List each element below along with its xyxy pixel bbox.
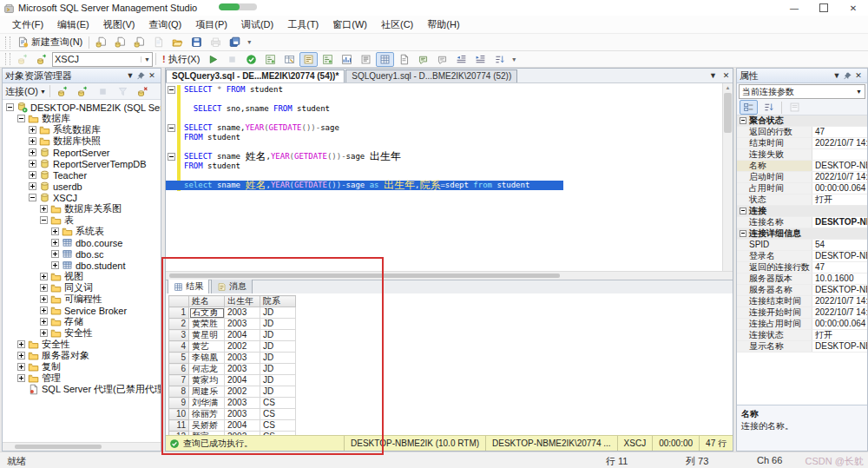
cell[interactable]: 2003	[225, 319, 260, 330]
tab-inactive-document[interactable]: SQLQuery1.sql - D...BME2IK\20774 (52))	[345, 69, 517, 82]
row-number[interactable]: 1	[169, 307, 189, 319]
property-row-状态[interactable]: 状态打开	[737, 194, 867, 206]
expand-icon[interactable]	[17, 363, 25, 371]
fold-collapse-icon[interactable]	[168, 124, 175, 132]
cell[interactable]: JD	[260, 386, 296, 398]
toolbar-grip[interactable]	[5, 36, 10, 49]
expand-icon[interactable]	[29, 148, 36, 156]
menu-item-2[interactable]: 视图(V)	[96, 16, 142, 34]
expand-icon[interactable]	[40, 205, 48, 213]
oe-filter-icon[interactable]	[114, 84, 132, 99]
oe-connect-icon[interactable]	[54, 84, 72, 99]
property-value[interactable]: 2022/10/7 14:32:06	[812, 172, 867, 182]
tree-item-userdb[interactable]: userdb	[3, 181, 161, 192]
query-toolbar-overflow-icon[interactable]: ▾	[510, 56, 518, 63]
tree-item-reportserver[interactable]: ReportServer	[3, 147, 161, 158]
open-file-icon[interactable]	[168, 35, 187, 49]
collapse-icon[interactable]	[40, 216, 48, 224]
alphabetical-sort-icon[interactable]	[760, 100, 778, 115]
property-value[interactable]: 2022/10/7 14:32:06	[812, 307, 867, 318]
property-row-连接状态[interactable]: 连接状态打开	[737, 330, 867, 341]
new-xmla-query-icon[interactable]	[149, 35, 168, 49]
save-icon[interactable]	[187, 35, 206, 49]
expand-icon[interactable]	[29, 137, 36, 145]
cell[interactable]: 黄荣胜	[189, 319, 225, 330]
property-row-连接失败[interactable]: 连接失败	[737, 149, 867, 161]
cell[interactable]: 2004	[225, 330, 260, 341]
sort-icon[interactable]	[490, 52, 509, 67]
new-mdx-query-icon[interactable]	[130, 35, 148, 49]
toolbar-overflow-icon[interactable]: ▾	[245, 38, 253, 46]
tree-item--[interactable]: 服务器对象	[3, 350, 161, 361]
property-value[interactable]: 00:00:00.064	[812, 319, 867, 329]
tree-item--[interactable]: 数据库关系图	[3, 203, 161, 214]
cell[interactable]: 徐丽芳	[189, 409, 225, 420]
cell[interactable]: 2003	[225, 409, 260, 420]
design-query-in-editor-icon[interactable]	[280, 52, 299, 67]
editor-horizontal-scrollbar[interactable]	[166, 271, 733, 280]
row-header-corner[interactable]	[169, 296, 189, 307]
tree-item-desktop-nbme2ik-sql-server-10.0.160[interactable]: DESKTOP-NBME2IK (SQL Server 10.0.160	[3, 102, 161, 113]
minimize-button[interactable]: —	[779, 0, 809, 16]
property-value[interactable]: 10.0.1600	[812, 274, 867, 284]
property-row-服务器版本[interactable]: 服务器版本10.0.1600	[737, 274, 867, 285]
available-databases-combo[interactable]: XSCJ ▼	[52, 52, 153, 67]
property-value[interactable]: DESKTOP-NBME2IK	[812, 285, 867, 295]
property-value[interactable]	[812, 149, 867, 160]
code-line-4[interactable]	[166, 114, 723, 123]
cell[interactable]: JD	[260, 341, 296, 353]
property-value[interactable]: DESKTOP-NBME2IK	[812, 217, 867, 227]
property-row-服务器名称[interactable]: 服务器名称DESKTOP-NBME2IK	[737, 285, 867, 296]
section-collapse-icon[interactable]	[740, 208, 746, 214]
property-value[interactable]: 打开	[812, 330, 867, 340]
oe-refresh-icon[interactable]	[134, 84, 152, 99]
new-database-engine-query-icon[interactable]	[92, 35, 110, 49]
menu-item-7[interactable]: 窗口(W)	[326, 16, 374, 34]
menu-item-6[interactable]: 工具(T)	[280, 16, 326, 34]
expand-icon[interactable]	[40, 295, 48, 303]
oe-menu-chevron-icon[interactable]: ▼	[124, 71, 136, 80]
cell[interactable]: 2004	[225, 420, 260, 432]
tree-item-dbo.course[interactable]: dbo.course	[3, 237, 161, 248]
cell[interactable]: 2002	[225, 386, 260, 398]
new-analysis-query-icon[interactable]	[111, 35, 129, 49]
cell[interactable]: 黄星明	[189, 330, 225, 341]
cell[interactable]: JD	[260, 319, 296, 330]
cell[interactable]: JD	[260, 375, 296, 386]
uncomment-lines-icon[interactable]	[433, 52, 451, 67]
close-button[interactable]: ✕	[838, 0, 868, 16]
tree-item--[interactable]: 系统表	[3, 226, 161, 237]
cell[interactable]: 2002	[225, 341, 260, 353]
menu-item-0[interactable]: 文件(F)	[5, 16, 50, 34]
connect-query-icon[interactable]	[14, 52, 32, 67]
oe-horizontal-scrollbar[interactable]	[3, 442, 161, 451]
fold-collapse-icon[interactable]	[168, 86, 175, 94]
property-row-SPID[interactable]: SPID54	[737, 240, 867, 251]
cell[interactable]: 石文勇	[189, 307, 225, 319]
property-row-连接名称[interactable]: 连接名称DESKTOP-NBME2IK	[737, 217, 867, 228]
include-client-statistics-icon[interactable]	[338, 52, 356, 67]
cell[interactable]: 2003	[225, 398, 260, 409]
oe-close-icon[interactable]: ✕	[146, 71, 158, 80]
expand-icon[interactable]	[17, 340, 25, 348]
expand-icon[interactable]	[17, 374, 25, 382]
cell[interactable]: JD	[260, 307, 296, 319]
tree-item--[interactable]: 数据库快照	[3, 135, 161, 147]
expand-icon[interactable]	[29, 126, 36, 134]
code-line-8[interactable]: SELECT sname 姓名,YEAR(GETDATE())-sage 出生年	[166, 152, 723, 161]
parse-check-icon[interactable]	[242, 52, 260, 67]
expand-icon[interactable]	[29, 160, 36, 168]
tree-item-dbo.sc[interactable]: dbo.sc	[3, 248, 161, 260]
code-line-2[interactable]	[166, 95, 723, 104]
property-section-连接[interactable]: 连接	[737, 206, 867, 217]
connect-dropdown[interactable]: 连接(O) ▼	[5, 85, 46, 98]
tab-results[interactable]: 结果	[168, 279, 209, 293]
column-header-姓名[interactable]: 姓名	[189, 296, 225, 307]
save-all-icon[interactable]	[226, 35, 244, 49]
property-section-连接详细信息[interactable]: 连接详细信息	[737, 228, 867, 240]
cell[interactable]: 2002	[225, 432, 260, 436]
expand-icon[interactable]	[51, 250, 59, 258]
cell[interactable]: CS	[260, 398, 296, 409]
expand-icon[interactable]	[29, 171, 36, 179]
cell[interactable]: CS	[260, 409, 296, 420]
